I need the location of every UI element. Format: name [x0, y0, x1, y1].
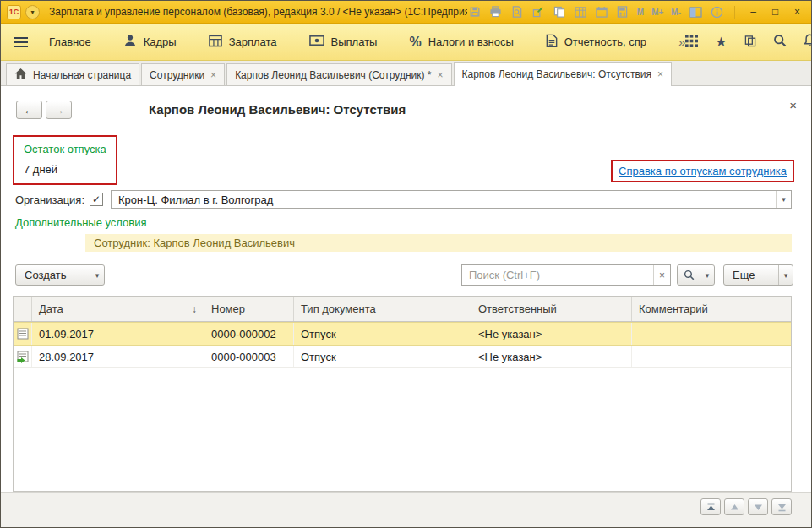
table-icon[interactable]	[573, 4, 588, 19]
search-clear-icon[interactable]: ×	[653, 265, 670, 285]
close-window-button[interactable]: ×	[789, 6, 805, 18]
create-dropdown-icon[interactable]: ▾	[90, 265, 104, 285]
more-dropdown-icon[interactable]: ▾	[778, 265, 793, 285]
memory-mplus-button[interactable]: M+	[651, 8, 664, 17]
memory-mminus-button[interactable]: M-	[670, 8, 682, 17]
form-absences: ← → Карпов Леонид Васильевич: Отсутствия…	[1, 86, 811, 527]
create-button-label: Создать	[16, 269, 90, 281]
tab-employees-label: Сотрудники	[150, 69, 204, 81]
menu-item-reports[interactable]: Отчетность, спр	[546, 34, 646, 50]
menu-item-payments[interactable]: Выплаты	[309, 35, 378, 49]
history-icon[interactable]	[744, 35, 756, 50]
window-title: Зарплата и управление персоналом (базова…	[49, 6, 467, 18]
page-up-button[interactable]	[724, 498, 744, 515]
go-to-bottom-button[interactable]	[771, 498, 792, 515]
menu-label-taxes: Налоги и взносы	[428, 35, 514, 48]
table-row[interactable]: 28.09.2017 0000-000003 Отпуск <Не указан…	[14, 346, 791, 368]
go-to-top-button[interactable]	[700, 498, 721, 515]
menu-label-reports: Отчетность, спр	[564, 35, 646, 48]
tab-employees[interactable]: Сотрудники×	[141, 63, 225, 85]
vacation-report-link[interactable]: Справка по отпускам сотрудника	[619, 165, 787, 177]
header-date[interactable]: Дата↓	[32, 297, 204, 321]
forward-button[interactable]: →	[46, 101, 72, 119]
tab-employee-absences[interactable]: Карпов Леонид Васильевич: Отсутствия×	[454, 62, 673, 86]
main-menu-button[interactable]: ▾	[25, 5, 40, 19]
organization-row: Организация: ✓ Крон-Ц. Филиал в г. Волго…	[15, 190, 792, 209]
search-input[interactable]	[462, 265, 653, 285]
vacation-balance-value: 7 дней	[24, 163, 106, 176]
annotation-vacation-balance: Остаток отпуска 7 дней	[13, 135, 117, 185]
cell-doc-type: Отпуск	[294, 323, 471, 345]
vacation-balance-link[interactable]: Остаток отпуска	[24, 143, 106, 155]
calendar-icon[interactable]	[594, 4, 609, 19]
cell-number: 0000-000002	[204, 323, 294, 345]
hamburger-menu-icon[interactable]	[13, 36, 29, 48]
tab-close-icon[interactable]: ×	[438, 69, 444, 81]
tab-close-icon[interactable]: ×	[210, 69, 216, 81]
organization-label: Организация:	[15, 193, 90, 206]
copy-icon[interactable]	[552, 4, 567, 19]
tab-home[interactable]: Начальная страница	[6, 63, 139, 85]
header-doc-type[interactable]: Тип документа	[294, 297, 471, 321]
all-functions-grid-icon[interactable]	[685, 35, 698, 50]
memory-m-button[interactable]: M	[636, 8, 645, 17]
create-button[interactable]: Создать ▾	[15, 264, 105, 286]
search-options-dropdown-icon[interactable]: ▾	[700, 265, 714, 285]
page-title: Карпов Леонид Васильевич: Отсутствия	[149, 102, 406, 117]
calculator-icon[interactable]	[615, 4, 630, 19]
save-icon[interactable]	[467, 4, 482, 19]
print-preview-icon[interactable]	[510, 4, 525, 19]
global-search-icon[interactable]	[773, 34, 787, 50]
table-row[interactable]: 01.09.2017 0000-000002 Отпуск <Не указан…	[14, 322, 791, 346]
print-icon[interactable]	[488, 4, 504, 19]
page-down-button[interactable]	[748, 498, 768, 515]
organization-checkbox[interactable]: ✓	[90, 193, 103, 206]
list-header-row: Дата↓ Номер Тип документа Ответственный …	[14, 297, 791, 322]
minimize-button[interactable]: –	[745, 6, 761, 18]
search-options-button[interactable]: ▾	[677, 264, 715, 286]
tab-employee-card[interactable]: Карпов Леонид Васильевич (Сотрудник) *×	[226, 63, 451, 85]
titlebar: 1С ▾ Зарплата и управление персоналом (б…	[1, 1, 811, 24]
tile-windows-icon[interactable]	[688, 4, 703, 19]
organization-value: Крон-Ц. Филиал в г. Волгоград	[112, 193, 776, 206]
more-button[interactable]: Еще ▾	[723, 264, 793, 286]
list-footer	[1, 492, 811, 527]
tab-close-icon[interactable]: ×	[657, 68, 663, 80]
combo-dropdown-icon[interactable]: ▾	[776, 191, 791, 208]
form-close-button[interactable]: ×	[789, 98, 797, 112]
header-responsible[interactable]: Ответственный	[471, 297, 632, 321]
section-menubar: Главное Кадры Зарплата Выплаты %Налоги и…	[1, 24, 811, 61]
menu-item-hr[interactable]: Кадры	[123, 34, 177, 50]
cell-number: 0000-000003	[204, 346, 294, 367]
titlebar-separator	[734, 6, 735, 19]
search-box: ×	[461, 264, 671, 286]
menu-label-hr: Кадры	[144, 35, 177, 48]
cell-date: 01.09.2017	[32, 323, 204, 345]
cell-responsible: <Не указан>	[471, 346, 632, 367]
back-button[interactable]: ←	[16, 101, 42, 119]
notifications-bell-icon[interactable]	[804, 34, 812, 50]
employee-info-banner: Сотрудник: Карпов Леонид Васильевич	[85, 234, 792, 252]
additional-conditions-link[interactable]: Дополнительные условия	[15, 216, 147, 229]
home-icon	[14, 68, 27, 82]
export-icon[interactable]	[531, 4, 546, 19]
header-comment[interactable]: Комментарий	[632, 297, 791, 321]
command-bar: Создать ▾ × ▾ Еще ▾	[15, 264, 792, 286]
menu-item-taxes[interactable]: %Налоги и взносы	[409, 35, 513, 50]
menu-overflow-chevron-icon[interactable]: »	[678, 35, 685, 49]
banknote-icon	[309, 35, 324, 49]
favorites-star-icon[interactable]: ★	[715, 35, 727, 49]
cell-date: 28.09.2017	[32, 346, 204, 367]
document-posted-icon	[14, 346, 32, 367]
maximize-button[interactable]: □	[767, 6, 783, 18]
percent-icon: %	[409, 35, 421, 50]
header-number[interactable]: Номер	[204, 297, 294, 321]
menu-item-main[interactable]: Главное	[49, 35, 91, 48]
organization-combobox[interactable]: Крон-Ц. Филиал в г. Волгоград ▾	[111, 190, 792, 209]
info-icon[interactable]	[709, 4, 724, 19]
app-window: 1С ▾ Зарплата и управление персоналом (б…	[0, 0, 812, 528]
menu-label-salary: Зарплата	[229, 35, 277, 48]
tabbar: Начальная страница Сотрудники× Карпов Ле…	[1, 61, 811, 86]
menu-item-salary[interactable]: Зарплата	[209, 35, 277, 50]
cell-comment	[632, 346, 791, 367]
